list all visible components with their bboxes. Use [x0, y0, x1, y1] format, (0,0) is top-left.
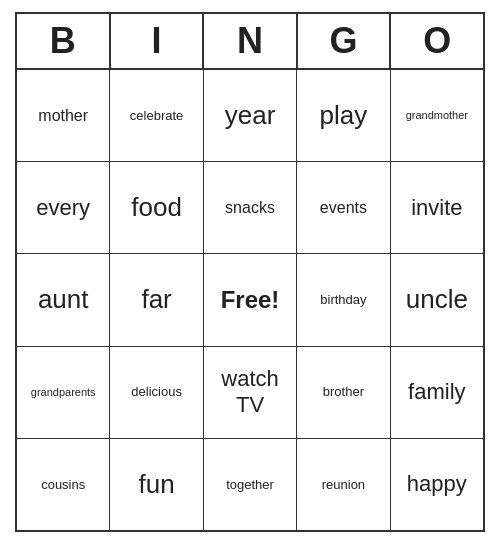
cell-text-3-2: watch TV	[208, 366, 292, 419]
header-letter-o: O	[391, 14, 483, 68]
bingo-cell-2-2: Free!	[204, 254, 297, 345]
cell-text-3-0: grandparents	[31, 386, 96, 399]
bingo-cell-0-4: grandmother	[391, 70, 483, 161]
bingo-cell-4-1: fun	[110, 439, 203, 530]
cell-text-1-4: invite	[411, 195, 462, 221]
bingo-row-0: mothercelebrateyearplaygrandmother	[17, 70, 483, 162]
cell-text-2-2: Free!	[221, 286, 280, 315]
bingo-cell-1-1: food	[110, 162, 203, 253]
bingo-cell-0-3: play	[297, 70, 390, 161]
bingo-card: BINGO mothercelebrateyearplaygrandmother…	[15, 12, 485, 532]
cell-text-0-4: grandmother	[406, 109, 468, 122]
header-letter-i: I	[111, 14, 205, 68]
bingo-row-4: cousinsfuntogetherreunionhappy	[17, 439, 483, 530]
bingo-body: mothercelebrateyearplaygrandmothereveryf…	[17, 70, 483, 530]
header-letter-b: B	[17, 14, 111, 68]
bingo-cell-2-3: birthday	[297, 254, 390, 345]
bingo-cell-3-3: brother	[297, 347, 390, 438]
cell-text-1-1: food	[131, 192, 182, 223]
cell-text-4-1: fun	[139, 469, 175, 500]
header-letter-n: N	[204, 14, 298, 68]
bingo-header: BINGO	[17, 14, 483, 70]
bingo-cell-3-4: family	[391, 347, 483, 438]
cell-text-4-0: cousins	[41, 477, 85, 493]
bingo-row-1: everyfoodsnackseventsinvite	[17, 162, 483, 254]
cell-text-1-2: snacks	[225, 198, 275, 217]
bingo-row-3: grandparentsdeliciouswatch TVbrotherfami…	[17, 347, 483, 439]
bingo-cell-0-2: year	[204, 70, 297, 161]
cell-text-0-1: celebrate	[130, 108, 183, 124]
cell-text-4-2: together	[226, 477, 274, 493]
bingo-cell-0-0: mother	[17, 70, 110, 161]
bingo-row-2: auntfarFree!birthdayuncle	[17, 254, 483, 346]
bingo-cell-1-2: snacks	[204, 162, 297, 253]
cell-text-4-3: reunion	[322, 477, 365, 493]
bingo-cell-4-2: together	[204, 439, 297, 530]
bingo-cell-2-4: uncle	[391, 254, 483, 345]
bingo-cell-4-4: happy	[391, 439, 483, 530]
bingo-cell-3-0: grandparents	[17, 347, 110, 438]
cell-text-0-0: mother	[38, 106, 88, 125]
bingo-cell-2-1: far	[110, 254, 203, 345]
cell-text-1-3: events	[320, 198, 367, 217]
cell-text-4-4: happy	[407, 471, 467, 497]
bingo-cell-3-1: delicious	[110, 347, 203, 438]
cell-text-2-0: aunt	[38, 284, 89, 315]
cell-text-0-3: play	[320, 100, 368, 131]
cell-text-2-1: far	[141, 284, 171, 315]
cell-text-3-3: brother	[323, 384, 364, 400]
bingo-cell-1-0: every	[17, 162, 110, 253]
cell-text-1-0: every	[36, 195, 90, 221]
cell-text-3-4: family	[408, 379, 465, 405]
bingo-cell-2-0: aunt	[17, 254, 110, 345]
cell-text-0-2: year	[225, 100, 276, 131]
header-letter-g: G	[298, 14, 392, 68]
bingo-cell-1-4: invite	[391, 162, 483, 253]
bingo-cell-3-2: watch TV	[204, 347, 297, 438]
bingo-cell-1-3: events	[297, 162, 390, 253]
bingo-cell-0-1: celebrate	[110, 70, 203, 161]
bingo-cell-4-0: cousins	[17, 439, 110, 530]
cell-text-2-4: uncle	[406, 284, 468, 315]
cell-text-3-1: delicious	[131, 384, 182, 400]
cell-text-2-3: birthday	[320, 292, 366, 308]
bingo-cell-4-3: reunion	[297, 439, 390, 530]
